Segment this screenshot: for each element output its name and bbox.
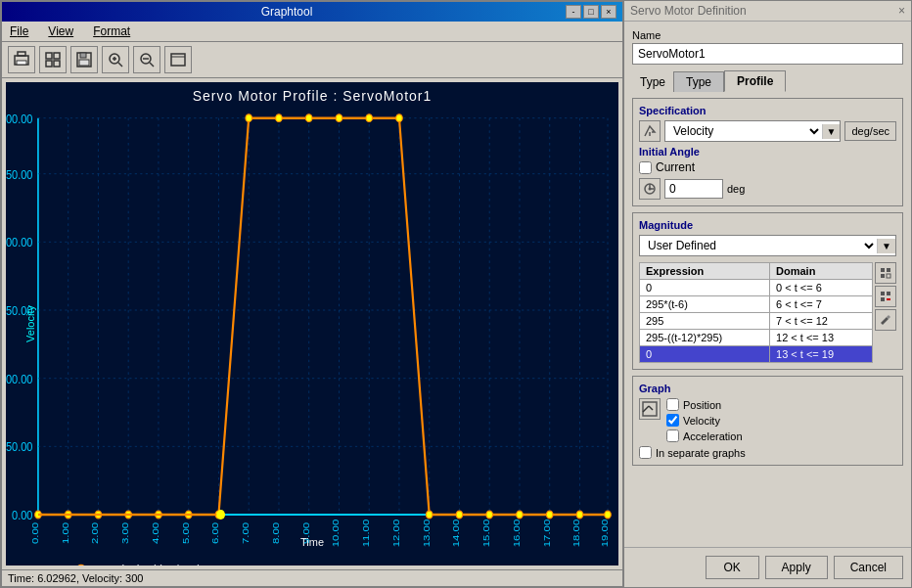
domain-cell: 6 < t <= 7 xyxy=(770,296,873,313)
table-row[interactable]: 00 < t <= 6 xyxy=(640,280,873,296)
svg-line-15 xyxy=(150,63,154,67)
edit-row-button[interactable] xyxy=(875,309,896,331)
zoom-in-button[interactable] xyxy=(102,46,129,73)
spec-select-wrapper: Velocity ▼ xyxy=(664,120,841,142)
domain-cell: 0 < t <= 6 xyxy=(770,280,873,296)
svg-point-93 xyxy=(216,510,225,520)
svg-point-89 xyxy=(517,511,524,519)
spec-icon xyxy=(639,120,661,142)
remove-row-button[interactable] xyxy=(875,286,896,307)
expression-cell: 295*(t-6) xyxy=(640,296,770,313)
svg-rect-1 xyxy=(18,52,25,56)
type-label: Type xyxy=(632,72,673,92)
initial-angle-section: Initial Angle Current deg xyxy=(639,146,896,200)
save-button[interactable] xyxy=(70,46,98,73)
current-checkbox-row: Current xyxy=(639,160,896,174)
magnitude-section: Magnitude User Defined ▼ Expression Doma… xyxy=(632,212,903,370)
cancel-button[interactable]: Cancel xyxy=(834,556,903,579)
zoom-fit-button[interactable] xyxy=(133,46,160,73)
svg-text:19.00: 19.00 xyxy=(599,520,610,548)
name-section: Name xyxy=(632,29,903,65)
svg-rect-2 xyxy=(17,61,26,65)
menu-view[interactable]: View xyxy=(44,23,77,39)
separate-graphs-checkbox[interactable] xyxy=(639,446,652,459)
check-row-velocity: Velocity xyxy=(666,414,896,427)
expression-cell: 0 xyxy=(640,280,770,296)
svg-text:5.00: 5.00 xyxy=(179,522,190,544)
properties-button[interactable] xyxy=(164,46,192,73)
table-row[interactable]: 295*(t-6)6 < t <= 7 xyxy=(640,296,873,313)
close-servo-button[interactable]: × xyxy=(898,4,905,18)
svg-point-84 xyxy=(366,114,373,122)
svg-text:17.00: 17.00 xyxy=(540,520,551,548)
acceleration-checkbox[interactable] xyxy=(666,430,679,442)
svg-rect-8 xyxy=(80,53,86,58)
svg-text:14.00: 14.00 xyxy=(450,520,461,548)
svg-line-112 xyxy=(649,406,653,410)
svg-text:100.00: 100.00 xyxy=(6,372,33,386)
svg-point-91 xyxy=(576,511,583,519)
svg-rect-5 xyxy=(46,61,52,67)
table-row[interactable]: 2957 < t <= 12 xyxy=(640,313,873,330)
tab-type[interactable]: Type xyxy=(673,71,724,92)
graph-area: Servo Motor Profile : ServoMotor1 Veloci… xyxy=(6,82,618,565)
table-row[interactable]: 013 < t <= 19 xyxy=(640,346,873,363)
menubar: File View Format xyxy=(2,22,622,42)
svg-text:2.00: 2.00 xyxy=(89,522,100,544)
graphtool-title-text: Graphtool xyxy=(8,5,566,19)
spec-dropdown-arrow: ▼ xyxy=(822,124,841,139)
angle-input[interactable] xyxy=(664,179,723,199)
specification-title: Specification xyxy=(639,105,896,116)
magnitude-title: Magnitude xyxy=(639,219,896,231)
svg-text:0.00: 0.00 xyxy=(12,508,33,522)
menu-file[interactable]: File xyxy=(6,23,32,39)
name-input[interactable] xyxy=(632,43,903,65)
tab-profile[interactable]: Profile xyxy=(724,70,786,92)
minimize-button[interactable]: - xyxy=(566,5,581,19)
magnitude-dropdown-row: User Defined ▼ xyxy=(639,235,896,256)
x-axis-label: Time xyxy=(300,536,324,548)
table-row[interactable]: 295-((t-12)*295)12 < t <= 13 xyxy=(640,330,873,346)
maximize-button[interactable]: □ xyxy=(583,5,599,19)
status-text: Time: 6.02962, Velocity: 300 xyxy=(8,572,143,584)
angle-icon xyxy=(639,178,661,200)
servo-titlebar: Servo Motor Definition × xyxy=(624,1,911,22)
menu-format[interactable]: Format xyxy=(89,23,134,39)
position-checkbox[interactable] xyxy=(666,398,679,411)
svg-text:8.00: 8.00 xyxy=(270,522,281,544)
y-axis-label: Velocity xyxy=(24,305,36,342)
close-graphtool-button[interactable]: × xyxy=(601,5,616,19)
svg-text:6.00: 6.00 xyxy=(209,522,220,544)
grid-button[interactable] xyxy=(39,46,67,73)
domain-cell: 7 < t <= 12 xyxy=(770,313,873,330)
domain-cell: 13 < t <= 19 xyxy=(770,346,873,363)
expression-table: Expression Domain 00 < t <= 6295*(t-6)6 … xyxy=(639,262,873,363)
tabs-row: Type Type Profile xyxy=(632,70,903,92)
spec-type-select[interactable]: Velocity xyxy=(665,121,822,141)
svg-rect-106 xyxy=(881,292,885,295)
position-label: Position xyxy=(683,399,721,411)
svg-text:250.00: 250.00 xyxy=(6,167,33,182)
add-row-button[interactable] xyxy=(875,262,896,284)
current-checkbox[interactable] xyxy=(639,161,652,174)
svg-text:4.00: 4.00 xyxy=(150,522,160,544)
svg-text:11.00: 11.00 xyxy=(360,520,371,548)
graph-icon[interactable] xyxy=(639,398,661,420)
print-button[interactable] xyxy=(8,46,35,73)
angle-unit: deg xyxy=(727,183,745,195)
graphtool-window: Graphtool - □ × File View Format Ser xyxy=(0,0,624,588)
magnitude-select[interactable]: User Defined xyxy=(640,236,877,255)
svg-point-85 xyxy=(396,114,403,122)
velocity-checkbox[interactable] xyxy=(666,414,679,427)
svg-text:13.00: 13.00 xyxy=(420,520,431,548)
specification-section: Specification Velocity ▼ deg/sec Initial… xyxy=(632,98,903,206)
bottom-buttons: OK Apply Cancel xyxy=(624,547,911,587)
ok-button[interactable]: OK xyxy=(706,556,759,579)
svg-rect-105 xyxy=(887,274,890,278)
initial-angle-title: Initial Angle xyxy=(639,146,896,158)
svg-text:1.00: 1.00 xyxy=(59,522,69,544)
apply-button[interactable]: Apply xyxy=(765,556,828,579)
svg-rect-6 xyxy=(54,61,60,67)
toolbar xyxy=(2,42,622,78)
servo-title-text: Servo Motor Definition xyxy=(630,4,747,18)
